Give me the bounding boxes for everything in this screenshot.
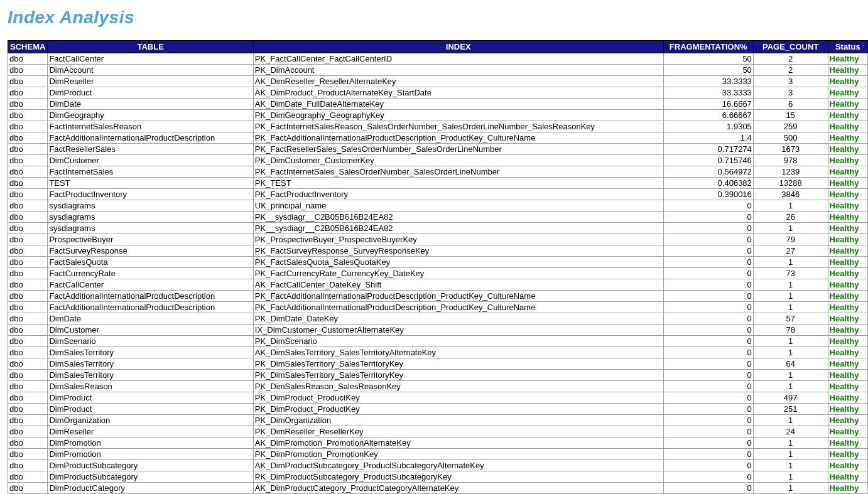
cell-table: DimProduct <box>48 404 253 415</box>
table-row[interactable]: dboDimScenarioPK_DimScenario01Healthy <box>8 336 868 347</box>
cell-frag: 0 <box>663 404 753 415</box>
cell-schema: dbo <box>8 381 48 392</box>
cell-schema: dbo <box>8 200 48 212</box>
cell-status: Healthy <box>828 438 867 449</box>
cell-schema: dbo <box>8 245 48 257</box>
table-row[interactable]: dbosysdiagramsUK_principal_name01Healthy <box>8 200 868 212</box>
table-row[interactable]: dboDimResellerPK_DimReseller_ResellerKey… <box>8 426 868 438</box>
cell-status: Healthy <box>828 313 867 325</box>
cell-pages: 73 <box>753 268 828 279</box>
table-row[interactable]: dboFactCurrencyRatePK_FactCurrencyRate_C… <box>8 268 868 279</box>
header-index[interactable]: INDEX <box>253 41 663 53</box>
cell-frag: 0 <box>663 449 753 460</box>
cell-index: PK_DimAccount <box>253 65 663 76</box>
cell-pages: 2 <box>753 53 828 65</box>
cell-status: Healthy <box>828 404 867 415</box>
header-pages[interactable]: PAGE_COUNT <box>753 41 828 53</box>
cell-schema: dbo <box>8 370 48 381</box>
cell-index: PK_FactAdditionalInternationalProductDes… <box>253 132 663 144</box>
cell-table: DimProductSubcategory <box>48 471 253 483</box>
table-row[interactable]: dboDimOrganizationPK_DimOrganization01He… <box>8 415 868 426</box>
cell-status: Healthy <box>828 426 867 438</box>
table-row[interactable]: dboFactInternetSalesReasonPK_FactInterne… <box>8 121 868 132</box>
cell-frag: 1.9305 <box>663 121 753 132</box>
header-frag[interactable]: FRAGMENTATION% <box>663 41 753 53</box>
table-row[interactable]: dboDimCustomerPK_DimCustomer_CustomerKey… <box>8 155 868 166</box>
cell-index: PK_DimCustomer_CustomerKey <box>253 155 663 166</box>
cell-frag: 16.6667 <box>663 99 753 110</box>
cell-status: Healthy <box>828 245 867 257</box>
cell-index: AK_DimSalesTerritory_SalesTerritoryAlter… <box>253 347 663 358</box>
table-row[interactable]: dboDimSalesTerritoryAK_DimSalesTerritory… <box>8 347 868 358</box>
cell-pages: 1 <box>753 460 828 471</box>
table-row[interactable]: dbosysdiagramsPK__sysdiagr__C2B05B616B24… <box>8 212 868 223</box>
cell-pages: 2 <box>753 65 828 76</box>
cell-index: IX_DimCustomer_CustomerAlternateKey <box>253 325 663 336</box>
cell-status: Healthy <box>828 121 867 132</box>
cell-frag: 0 <box>663 347 753 358</box>
table-row[interactable]: dboFactAdditionalInternationalProductDes… <box>8 291 868 302</box>
table-row[interactable]: dboDimCustomerIX_DimCustomer_CustomerAlt… <box>8 325 868 336</box>
header-schema[interactable]: SCHEMA <box>8 41 48 53</box>
cell-index: PK_FactInternetSales_SalesOrderNumber_Sa… <box>253 166 663 178</box>
table-row[interactable]: dboFactCallCenterAK_FactCallCenter_DateK… <box>8 279 868 291</box>
table-row[interactable]: dboFactProductInventoryPK_FactProductInv… <box>8 189 868 200</box>
table-row[interactable]: dboDimPromotionAK_DimPromotion_Promotion… <box>8 438 868 449</box>
cell-frag: 0 <box>663 223 753 234</box>
table-row[interactable]: dboDimProductCategoryAK_DimProductCatego… <box>8 483 868 494</box>
table-row[interactable]: dboDimSalesTerritoryPK_DimSalesTerritory… <box>8 370 868 381</box>
table-row[interactable]: dboDimResellerAK_DimReseller_ResellerAlt… <box>8 76 868 87</box>
cell-index: PK_DimGeography_GeographyKey <box>253 110 663 121</box>
cell-index: PK_FactCallCenter_FactCallCenterID <box>253 53 663 65</box>
cell-pages: 1 <box>753 279 828 291</box>
table-row[interactable]: dboDimDateAK_DimDate_FullDateAlternateKe… <box>8 99 868 110</box>
cell-schema: dbo <box>8 99 48 110</box>
table-row[interactable]: dboProspectiveBuyerPK_ProspectiveBuyer_P… <box>8 234 868 245</box>
cell-pages: 1 <box>753 471 828 483</box>
cell-schema: dbo <box>8 65 48 76</box>
table-row[interactable]: dboDimDatePK_DimDate_DateKey057Healthy <box>8 313 868 325</box>
cell-status: Healthy <box>828 144 867 155</box>
header-status[interactable]: Status <box>828 41 867 53</box>
cell-schema: dbo <box>8 155 48 166</box>
table-row[interactable]: dboDimGeographyPK_DimGeography_Geography… <box>8 110 868 121</box>
cell-schema: dbo <box>8 268 48 279</box>
table-row[interactable]: dboDimProductAK_DimProduct_ProductAltern… <box>8 87 868 99</box>
cell-schema: dbo <box>8 257 48 268</box>
cell-table: FactInternetSales <box>48 166 253 178</box>
cell-frag: 0.406382 <box>663 178 753 189</box>
cell-status: Healthy <box>828 76 867 87</box>
table-row[interactable]: dboDimProductSubcategoryAK_DimProductSub… <box>8 460 868 471</box>
cell-table: FactAdditionalInternationalProductDescri… <box>48 132 253 144</box>
cell-schema: dbo <box>8 53 48 65</box>
table-row[interactable]: dboDimProductPK_DimProduct_ProductKey049… <box>8 392 868 404</box>
table-row[interactable]: dboTESTPK_TEST0.40638213288Healthy <box>8 178 868 189</box>
cell-table: DimOrganization <box>48 415 253 426</box>
table-row[interactable]: dboDimAccountPK_DimAccount502Healthy <box>8 65 868 76</box>
table-row[interactable]: dboDimSalesReasonPK_DimSalesReason_Sales… <box>8 381 868 392</box>
cell-frag: 0.717274 <box>663 144 753 155</box>
cell-index: PK_FactAdditionalInternationalProductDes… <box>253 302 663 313</box>
table-row[interactable]: dboDimPromotionPK_DimPromotion_Promotion… <box>8 449 868 460</box>
table-row[interactable]: dboDimProductSubcategoryPK_DimProductSub… <box>8 471 868 483</box>
table-row[interactable]: dbosysdiagramsPK__sysdiagr__C2B05B616B24… <box>8 223 868 234</box>
table-row[interactable]: dboFactSurveyResponsePK_FactSurveyRespon… <box>8 245 868 257</box>
table-row[interactable]: dboDimProductPK_DimProduct_ProductKey025… <box>8 404 868 415</box>
table-row[interactable]: dboFactInternetSalesPK_FactInternetSales… <box>8 166 868 178</box>
table-row[interactable]: dboFactCallCenterPK_FactCallCenter_FactC… <box>8 53 868 65</box>
cell-index: AK_DimReseller_ResellerAlternateKey <box>253 76 663 87</box>
table-row[interactable]: dboFactAdditionalInternationalProductDes… <box>8 132 868 144</box>
table-row[interactable]: dboFactAdditionalInternationalProductDes… <box>8 302 868 313</box>
cell-schema: dbo <box>8 313 48 325</box>
table-row[interactable]: dboFactSalesQuotaPK_FactSalesQuota_Sales… <box>8 257 868 268</box>
table-row[interactable]: dboFactResellerSalesPK_FactResellerSales… <box>8 144 868 155</box>
cell-table: ProspectiveBuyer <box>48 234 253 245</box>
cell-index: PK_DimSalesTerritory_SalesTerritoryKey <box>253 370 663 381</box>
cell-status: Healthy <box>828 449 867 460</box>
cell-pages: 1 <box>753 370 828 381</box>
header-table[interactable]: TABLE <box>48 41 253 53</box>
cell-table: DimProductSubcategory <box>48 460 253 471</box>
cell-pages: 13288 <box>753 178 828 189</box>
cell-table: DimSalesReason <box>48 381 253 392</box>
table-row[interactable]: dboDimSalesTerritoryPK_DimSalesTerritory… <box>8 358 868 370</box>
